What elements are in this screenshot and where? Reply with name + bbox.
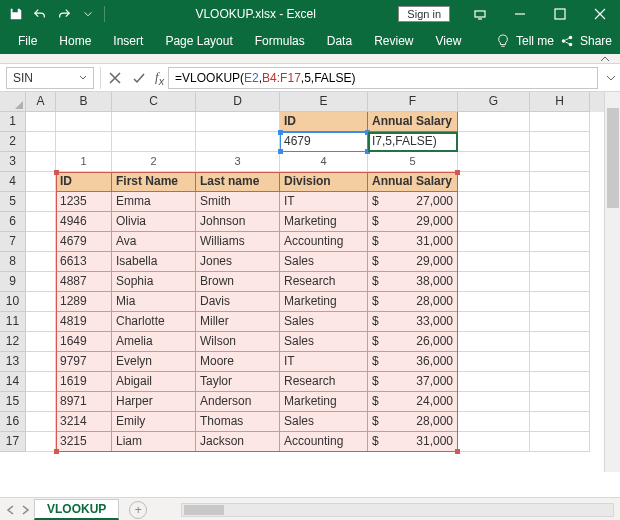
fx-icon[interactable]: fx: [151, 69, 168, 87]
cell[interactable]: [530, 212, 590, 232]
cell[interactable]: [530, 252, 590, 272]
sign-in-button[interactable]: Sign in: [398, 6, 450, 22]
tell-me-button[interactable]: Tell me: [516, 34, 554, 48]
cell[interactable]: [530, 312, 590, 332]
ribbon-collapse[interactable]: [0, 54, 620, 64]
cell[interactable]: [26, 172, 56, 192]
cell[interactable]: Annual Salary: [368, 172, 458, 192]
cell[interactable]: Evelyn: [112, 352, 196, 372]
cell[interactable]: Anderson: [196, 392, 280, 412]
cell[interactable]: Jackson: [196, 432, 280, 452]
cell[interactable]: [26, 392, 56, 412]
row-header[interactable]: 17: [0, 432, 26, 452]
cell[interactable]: Ava: [112, 232, 196, 252]
cell[interactable]: 4887: [56, 272, 112, 292]
cell[interactable]: [458, 392, 530, 412]
cell[interactable]: [26, 372, 56, 392]
expand-formula-bar-icon[interactable]: [602, 67, 620, 89]
cell[interactable]: [530, 352, 590, 372]
cell[interactable]: 1649: [56, 332, 112, 352]
cell[interactable]: $38,000: [368, 272, 458, 292]
cell[interactable]: $26,000: [368, 332, 458, 352]
horizontal-scrollbar[interactable]: [181, 503, 614, 517]
tab-data[interactable]: Data: [317, 30, 362, 52]
cell[interactable]: [26, 412, 56, 432]
tab-page-layout[interactable]: Page Layout: [155, 30, 242, 52]
row-header[interactable]: 2: [0, 132, 26, 152]
cell[interactable]: [112, 112, 196, 132]
cell[interactable]: [458, 432, 530, 452]
cell[interactable]: [26, 132, 56, 152]
cell[interactable]: 4946: [56, 212, 112, 232]
cell[interactable]: [458, 212, 530, 232]
col-header[interactable]: D: [196, 92, 280, 112]
close-icon[interactable]: [580, 0, 620, 28]
cell[interactable]: Taylor: [196, 372, 280, 392]
cell[interactable]: Johnson: [196, 212, 280, 232]
tab-file[interactable]: File: [8, 30, 47, 52]
cell[interactable]: $31,000: [368, 432, 458, 452]
tab-view[interactable]: View: [426, 30, 472, 52]
cell[interactable]: $33,000: [368, 312, 458, 332]
tab-review[interactable]: Review: [364, 30, 423, 52]
cell[interactable]: Olivia: [112, 212, 196, 232]
row-header[interactable]: 1: [0, 112, 26, 132]
col-header[interactable]: A: [26, 92, 56, 112]
cell[interactable]: Moore: [196, 352, 280, 372]
row-header[interactable]: 12: [0, 332, 26, 352]
cell[interactable]: [530, 412, 590, 432]
tab-formulas[interactable]: Formulas: [245, 30, 315, 52]
row-header[interactable]: 11: [0, 312, 26, 332]
cell[interactable]: [26, 292, 56, 312]
row-header[interactable]: 6: [0, 212, 26, 232]
cell[interactable]: Mia: [112, 292, 196, 312]
cell[interactable]: [458, 372, 530, 392]
cell[interactable]: [530, 192, 590, 212]
sheet-tab[interactable]: VLOOKUP: [34, 499, 119, 520]
cell[interactable]: [26, 252, 56, 272]
cell[interactable]: 3215: [56, 432, 112, 452]
cell[interactable]: [530, 132, 590, 152]
cell[interactable]: [26, 212, 56, 232]
col-header[interactable]: H: [530, 92, 590, 112]
cell[interactable]: 9797: [56, 352, 112, 372]
redo-icon[interactable]: [54, 3, 74, 25]
cell[interactable]: Thomas: [196, 412, 280, 432]
cell[interactable]: Miller: [196, 312, 280, 332]
cell[interactable]: [458, 252, 530, 272]
cell[interactable]: 4679: [56, 232, 112, 252]
cell[interactable]: $24,000: [368, 392, 458, 412]
cell[interactable]: Sales: [280, 332, 368, 352]
cell[interactable]: Abigail: [112, 372, 196, 392]
cell[interactable]: [530, 332, 590, 352]
cell[interactable]: [458, 312, 530, 332]
cell[interactable]: 4819: [56, 312, 112, 332]
cell[interactable]: $36,000: [368, 352, 458, 372]
cell[interactable]: Marketing: [280, 392, 368, 412]
cell[interactable]: [112, 132, 196, 152]
cell[interactable]: IT: [280, 352, 368, 372]
cell[interactable]: [26, 152, 56, 172]
cell[interactable]: [530, 172, 590, 192]
cell[interactable]: [530, 432, 590, 452]
cell[interactable]: Amelia: [112, 332, 196, 352]
cell[interactable]: [458, 192, 530, 212]
cell[interactable]: Isabella: [112, 252, 196, 272]
tab-home[interactable]: Home: [49, 30, 101, 52]
cell[interactable]: [530, 392, 590, 412]
cell[interactable]: [530, 372, 590, 392]
cell[interactable]: [26, 432, 56, 452]
save-icon[interactable]: [6, 3, 26, 25]
cell[interactable]: [26, 312, 56, 332]
cell[interactable]: [458, 172, 530, 192]
cell[interactable]: [26, 272, 56, 292]
row-header[interactable]: 8: [0, 252, 26, 272]
cell[interactable]: $37,000: [368, 372, 458, 392]
cell[interactable]: [196, 132, 280, 152]
col-header[interactable]: G: [458, 92, 530, 112]
cell[interactable]: [56, 132, 112, 152]
cell[interactable]: Harper: [112, 392, 196, 412]
cell[interactable]: Sales: [280, 252, 368, 272]
cell[interactable]: Last name: [196, 172, 280, 192]
cell[interactable]: 6613: [56, 252, 112, 272]
